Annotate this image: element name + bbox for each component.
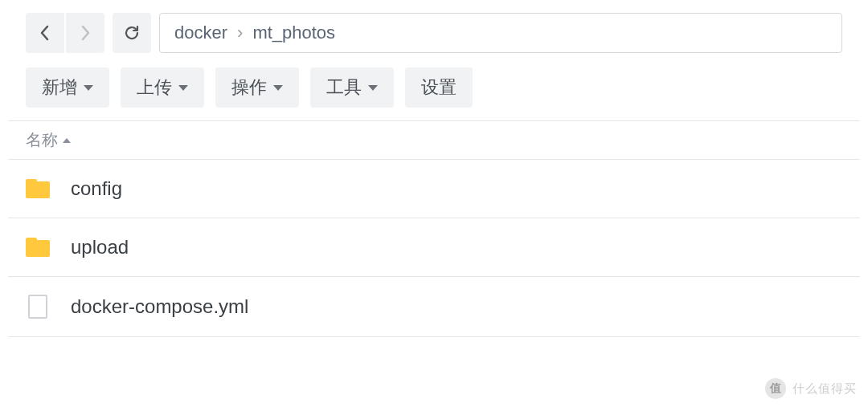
new-button-label: 新增 bbox=[42, 75, 77, 100]
column-header-label: 名称 bbox=[26, 129, 58, 151]
file-icon bbox=[28, 295, 47, 319]
nav-back-button[interactable] bbox=[26, 13, 64, 53]
watermark-text: 什么值得买 bbox=[792, 381, 857, 397]
folder-icon bbox=[26, 238, 50, 257]
breadcrumb-segment[interactable]: mt_photos bbox=[252, 22, 335, 43]
column-header-name[interactable]: 名称 bbox=[8, 120, 860, 160]
caret-down-icon bbox=[368, 85, 378, 91]
refresh-icon bbox=[123, 24, 141, 42]
navigation-bar: docker › mt_photos bbox=[0, 0, 868, 61]
watermark: 值 什么值得买 bbox=[765, 378, 857, 399]
action-button[interactable]: 操作 bbox=[215, 67, 299, 108]
list-item[interactable]: config bbox=[8, 160, 860, 218]
breadcrumb[interactable]: docker › mt_photos bbox=[159, 13, 842, 53]
watermark-badge-icon: 值 bbox=[765, 378, 786, 399]
caret-down-icon bbox=[84, 85, 93, 91]
action-button-label: 操作 bbox=[231, 75, 267, 100]
tools-button[interactable]: 工具 bbox=[310, 67, 394, 108]
settings-button[interactable]: 设置 bbox=[405, 67, 473, 108]
new-button[interactable]: 新增 bbox=[26, 67, 109, 108]
list-item[interactable]: upload bbox=[8, 218, 860, 277]
file-list: 名称 config upload docker-compose.yml bbox=[0, 120, 868, 337]
file-name: upload bbox=[71, 236, 129, 258]
breadcrumb-segment[interactable]: docker bbox=[174, 22, 227, 43]
settings-button-label: 设置 bbox=[421, 75, 457, 100]
chevron-right-icon: › bbox=[237, 22, 243, 43]
list-item[interactable]: docker-compose.yml bbox=[8, 277, 860, 337]
nav-history-group bbox=[26, 13, 104, 53]
caret-down-icon bbox=[273, 85, 283, 91]
folder-icon bbox=[26, 179, 50, 198]
file-name: docker-compose.yml bbox=[71, 295, 248, 318]
upload-button-label: 上传 bbox=[137, 75, 172, 100]
nav-forward-button[interactable] bbox=[66, 13, 104, 53]
toolbar: 新增 上传 操作 工具 设置 bbox=[0, 61, 868, 120]
caret-down-icon bbox=[178, 85, 188, 91]
tools-button-label: 工具 bbox=[326, 75, 362, 100]
chevron-right-icon bbox=[80, 25, 91, 41]
file-name: config bbox=[71, 177, 122, 200]
chevron-left-icon bbox=[39, 25, 51, 41]
sort-ascending-icon bbox=[63, 138, 71, 143]
upload-button[interactable]: 上传 bbox=[121, 67, 204, 108]
refresh-button[interactable] bbox=[113, 13, 151, 53]
